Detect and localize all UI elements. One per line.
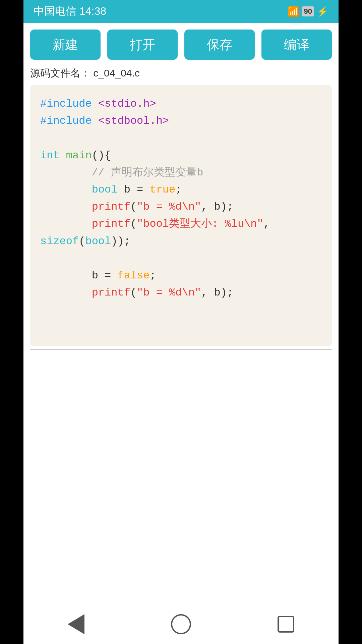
code-line-sizeof: sizeof ( bool )); [40,233,322,250]
open-button[interactable]: 打开 [107,30,178,60]
string-1: "b = %d\n" [137,198,201,215]
keyword-bool-2: bool [85,233,111,250]
code-line-blank-4 [40,318,322,335]
new-button[interactable]: 新建 [30,30,101,60]
code-editor[interactable]: #include <stdio.h> #include <stdbool.h> … [30,85,332,346]
code-line-2: #include <stdbool.h> [40,112,322,129]
battery-icon: 90 [302,6,314,16]
sizeof-keyword: sizeof [40,233,79,250]
value-true: true [149,181,175,198]
carrier: 中国电信 [34,5,76,17]
keyword-int: int [40,147,60,164]
string-2: "bool类型大小: %lu\n" [137,215,263,232]
filename-value: c_04_04.c [93,67,139,78]
code-line-printf1: printf ( "b = %d\n" , b); [40,198,322,215]
status-bar: 中国电信 14:38 📶 90 ⚡ [23,0,339,23]
comment-bool: // 声明布尔类型变量b [92,164,203,181]
code-line-blank-2 [40,250,322,267]
carrier-time: 中国电信 14:38 [34,4,106,19]
save-button[interactable]: 保存 [184,30,255,60]
include-keyword-1: #include [40,95,92,112]
recent-button[interactable] [273,611,299,638]
code-line-printf3: printf ( "b = %d\n" , b); [40,284,322,301]
code-line-assign: b = false ; [40,267,322,284]
include-keyword-2: #include [40,112,92,129]
home-icon [171,614,191,634]
code-line-printf2: printf ( "bool类型大小: %lu\n" , [40,215,322,232]
printf-3: printf [92,284,130,301]
recent-icon [278,616,294,633]
filename-label: 源码文件名： [30,67,90,78]
printf-2: printf [92,215,130,232]
string-3: "b = %d\n" [137,284,201,301]
code-line-blank-1 [40,129,322,147]
time: 14:38 [79,5,106,17]
code-line-bool-decl: bool b = true ; [40,181,322,198]
func-main: main [66,147,92,164]
compile-button[interactable]: 编译 [261,30,332,60]
back-button[interactable] [63,611,89,638]
home-button[interactable] [168,611,194,638]
printf-1: printf [92,198,130,215]
code-line-1: #include <stdio.h> [40,95,322,112]
code-line-main: int main (){ [40,147,322,164]
output-area [23,350,339,604]
value-false: false [117,267,149,284]
code-line-blank-3 [40,301,322,318]
filename-bar: 源码文件名： c_04_04.c [23,63,339,85]
code-line-comment: // 声明布尔类型变量b [40,164,322,181]
back-icon [68,614,84,634]
keyword-bool: bool [92,181,118,198]
status-icons: 📶 90 ⚡ [288,6,328,17]
toolbar: 新建 打开 保存 编译 [23,23,339,63]
header-2: <stdbool.h> [98,112,169,129]
charge-icon: ⚡ [317,6,328,17]
nav-bar [23,604,339,644]
signal-icon: 📶 [288,6,299,17]
header-1: <stdio.h> [98,95,156,112]
code-line-blank-5 [40,336,322,346]
